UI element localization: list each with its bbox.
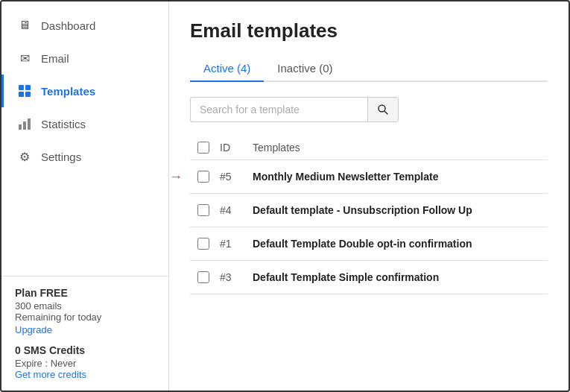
row-id-0: #5	[220, 171, 242, 183]
table-header: ID Templates	[190, 136, 548, 160]
search-icon	[377, 104, 389, 116]
templates-icon	[17, 83, 32, 98]
row-checkbox-3[interactable]	[197, 271, 209, 283]
svg-line-8	[385, 112, 388, 115]
sidebar-label-statistics: Statistics	[41, 118, 86, 130]
sidebar-label-email: Email	[41, 52, 69, 65]
row-name-2: Default Template Double opt-in confirmat…	[253, 238, 472, 250]
row-checkbox-2[interactable]	[197, 238, 209, 250]
get-credits-link[interactable]: Get more credits	[15, 369, 86, 380]
table-row[interactable]: → #5 Monthly Medium Newsletter Template	[190, 160, 548, 194]
row-id-2: #1	[220, 238, 242, 250]
svg-rect-4	[19, 124, 22, 130]
svg-rect-6	[28, 118, 31, 130]
tab-active[interactable]: Active (4)	[190, 56, 264, 82]
svg-rect-0	[19, 85, 24, 90]
column-header-templates: Templates	[253, 142, 300, 154]
search-bar	[190, 97, 399, 122]
email-icon: ✉	[17, 51, 32, 66]
svg-rect-1	[25, 85, 31, 90]
sidebar-item-dashboard[interactable]: 🖥 Dashboard	[1, 9, 168, 42]
select-all-checkbox[interactable]	[197, 142, 209, 154]
row-name-3: Default Template Simple confirmation	[253, 271, 439, 283]
plan-title: Plan FREE	[15, 287, 155, 299]
sidebar-label-settings: Settings	[41, 151, 81, 163]
row-id-1: #4	[220, 204, 242, 216]
sidebar: 🖥 Dashboard ✉ Email Templates	[1, 1, 169, 391]
tab-inactive[interactable]: Inactive (0)	[264, 56, 346, 82]
sidebar-item-statistics[interactable]: Statistics	[1, 107, 168, 140]
upgrade-link[interactable]: Upgrade	[15, 324, 52, 335]
sidebar-item-settings[interactable]: ⚙ Settings	[1, 140, 168, 173]
sidebar-label-templates: Templates	[41, 85, 95, 98]
row-arrow-indicator: →	[169, 169, 183, 185]
main-content: Email templates Active (4) Inactive (0) …	[169, 1, 569, 391]
sidebar-item-email[interactable]: ✉ Email	[1, 42, 168, 75]
page-title: Email templates	[190, 19, 548, 42]
svg-point-7	[379, 105, 385, 112]
row-checkbox-1[interactable]	[197, 204, 209, 216]
table-row[interactable]: #1 Default Template Double opt-in confir…	[190, 227, 548, 261]
svg-rect-3	[25, 92, 31, 97]
table-row[interactable]: #3 Default Template Simple confirmation	[190, 261, 548, 294]
row-id-3: #3	[220, 271, 242, 283]
expire-label: Expire : Never	[15, 358, 155, 369]
row-checkbox-0[interactable]	[197, 171, 209, 183]
search-input[interactable]	[190, 97, 367, 122]
svg-rect-2	[19, 92, 24, 97]
settings-icon: ⚙	[17, 149, 32, 164]
sidebar-label-dashboard: Dashboard	[41, 19, 95, 32]
table-row[interactable]: #4 Default template - Unsubscription Fol…	[190, 194, 548, 227]
column-header-id: ID	[220, 142, 242, 154]
sms-title: 0 SMS Credits	[15, 344, 155, 356]
search-button[interactable]	[367, 97, 399, 122]
table-rows: → #5 Monthly Medium Newsletter Template …	[190, 160, 548, 294]
sidebar-nav: 🖥 Dashboard ✉ Email Templates	[1, 1, 168, 276]
remaining-label: Remaining for today	[15, 312, 155, 323]
sidebar-item-templates[interactable]: Templates	[1, 75, 168, 107]
svg-rect-5	[23, 121, 26, 130]
dashboard-icon: 🖥	[17, 18, 32, 33]
emails-count: 300 emails	[15, 300, 155, 312]
row-name-1: Default template - Unsubscription Follow…	[253, 204, 472, 216]
sidebar-footer: Plan FREE 300 emails Remaining for today…	[1, 276, 168, 391]
row-name-0: Monthly Medium Newsletter Template	[253, 171, 438, 183]
statistics-icon	[17, 116, 32, 131]
tabs-container: Active (4) Inactive (0)	[190, 56, 548, 82]
